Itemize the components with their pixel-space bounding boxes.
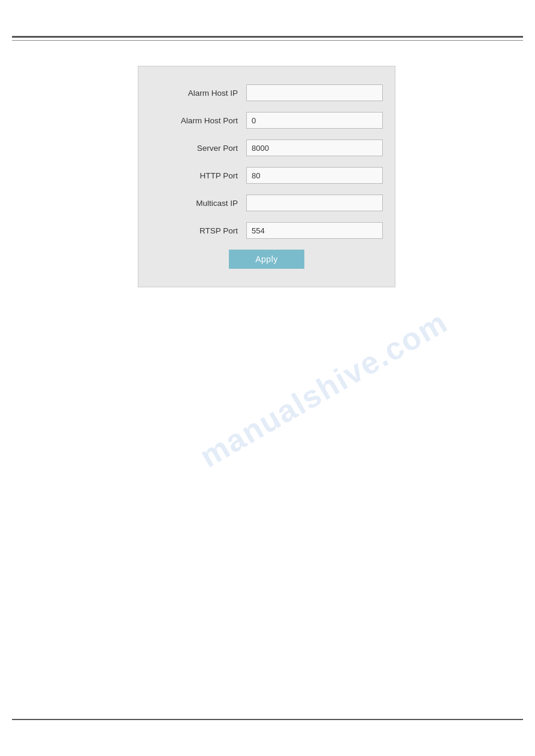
apply-row: Apply: [150, 250, 383, 269]
alarm-host-port-label: Alarm Host Port: [150, 116, 246, 125]
alarm-host-ip-label: Alarm Host IP: [150, 89, 246, 98]
http-port-row: HTTP Port: [150, 167, 383, 184]
server-port-label: Server Port: [150, 144, 246, 153]
watermark: manualshive.com: [194, 303, 454, 474]
multicast-ip-row: Multicast IP: [150, 195, 383, 211]
alarm-host-port-input[interactable]: [246, 112, 383, 129]
rtsp-port-label: RTSP Port: [150, 226, 246, 235]
http-port-label: HTTP Port: [150, 171, 246, 180]
alarm-host-port-row: Alarm Host Port: [150, 112, 383, 129]
bottom-border: [12, 719, 523, 720]
server-port-input[interactable]: [246, 139, 383, 156]
alarm-host-ip-input[interactable]: [246, 84, 383, 101]
multicast-ip-label: Multicast IP: [150, 199, 246, 208]
network-settings-form: Alarm Host IP Alarm Host Port Server Por…: [138, 66, 395, 287]
rtsp-port-row: RTSP Port: [150, 222, 383, 239]
top-border-thick: [12, 36, 523, 38]
rtsp-port-input[interactable]: [246, 222, 383, 239]
top-border-thin: [12, 40, 523, 41]
apply-button[interactable]: Apply: [229, 250, 304, 269]
server-port-row: Server Port: [150, 139, 383, 156]
http-port-input[interactable]: [246, 167, 383, 184]
alarm-host-ip-row: Alarm Host IP: [150, 84, 383, 101]
multicast-ip-input[interactable]: [246, 195, 383, 211]
